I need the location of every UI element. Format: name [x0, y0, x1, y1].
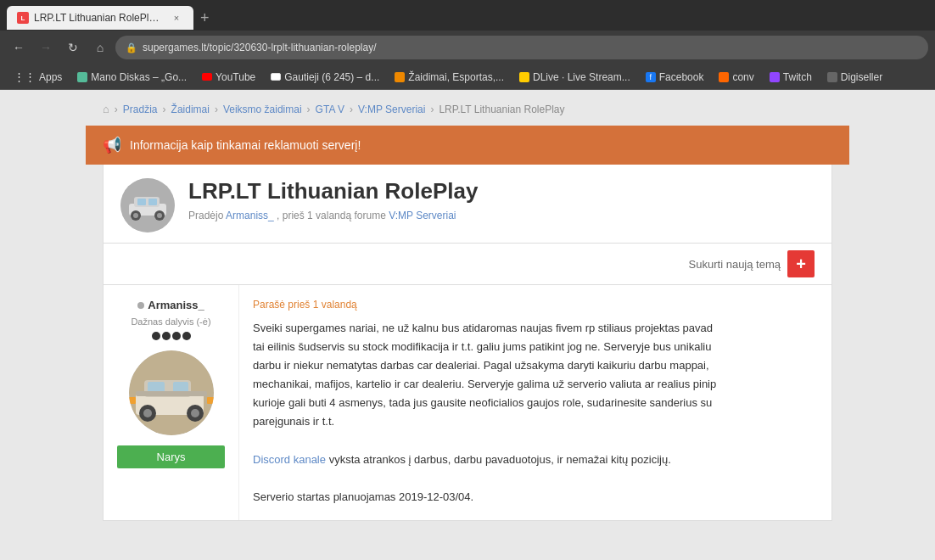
narys-button[interactable]: Narys	[117, 445, 225, 468]
topic-title: LRP.LT Lithuanian RolePlay	[188, 178, 815, 204]
address-bar[interactable]: 🔒 supergames.lt/topic/320630-lrplt-lithu…	[115, 36, 928, 59]
post-line-6: pareįgunais ir t.t.	[253, 415, 334, 428]
svg-point-4	[133, 213, 138, 218]
post-container: Armaniss_ Dažnas dalyvis (-ė)	[103, 285, 832, 521]
breadcrumb-link-1[interactable]: Žaidimai	[171, 104, 210, 115]
offline-dot	[137, 302, 144, 309]
bookmarks-bar: ⋮⋮ Apps Mano Diskas – „Go... YouTube Gau…	[0, 64, 935, 90]
topic-meta: Pradėjo Armaniss_ , prieš 1 valandą foru…	[188, 210, 815, 221]
dlive-icon	[519, 72, 529, 82]
megaphone-icon: 📢	[103, 136, 121, 154]
bookmark-youtube[interactable]: YouTube	[195, 70, 262, 85]
svg-rect-7	[137, 199, 146, 205]
active-tab[interactable]: L LRP.LT Lithuanian RolePlay - V:M ×	[7, 6, 193, 30]
post-username: Armaniss_	[148, 299, 204, 311]
breadcrumb-sep-5: ›	[430, 104, 434, 115]
post-line-1: Sveiki supergames nariai, ne už kalnu bu…	[253, 322, 713, 334]
bookmark-digiseller-label: Digiseller	[841, 71, 882, 83]
post-content-panel: Parašė prieš 1 valandą Sveiki supergames…	[239, 285, 831, 520]
breadcrumb-sep-4: ›	[350, 104, 353, 115]
star-3	[172, 332, 181, 340]
browser-window: L LRP.LT Lithuanian RolePlay - V:M × + ←…	[0, 0, 935, 560]
games-icon	[395, 72, 405, 82]
bookmark-conv-label: conv	[732, 71, 753, 83]
disk-icon	[77, 72, 87, 82]
car-avatar-svg	[120, 178, 175, 232]
sukurti-label: Sukurti naują temą	[689, 258, 781, 271]
post-text: Sveiki supergames nariai, ne už kalnu bu…	[253, 319, 818, 507]
address-text: supergames.lt/topic/320630-lrplt-lithuan…	[143, 42, 918, 53]
bookmark-digiseller[interactable]: Digiseller	[820, 70, 889, 85]
apps-grid-icon: ⋮⋮	[14, 70, 36, 83]
home-icon: ⌂	[103, 103, 109, 115]
bookmark-twitch-label: Twitch	[783, 71, 812, 83]
topic-avatar	[120, 178, 175, 232]
back-button[interactable]: ←	[7, 36, 31, 59]
topic-meta-text: Pradėjo	[188, 210, 226, 221]
post-discord-line: Discord kanale vyksta atrankos į darbus,…	[253, 453, 671, 466]
breadcrumb-sep-1: ›	[163, 104, 166, 115]
breadcrumb-sep-0: ›	[115, 104, 118, 115]
page-inner: ⌂ › Pradžia › Žaidimai › Veiksmo žaidima…	[86, 90, 849, 534]
svg-rect-19	[207, 397, 214, 404]
orange-banner[interactable]: 📢 Informacija kaip tinkamai reklamuoti s…	[86, 126, 849, 165]
bookmark-conv[interactable]: conv	[712, 70, 760, 85]
svg-point-6	[157, 213, 162, 218]
topic-title-area: LRP.LT Lithuanian RolePlay Pradėjo Arman…	[188, 178, 815, 221]
svg-rect-8	[148, 199, 157, 205]
post-line-4: mechanikai, mafijos, kartelio ir car dea…	[253, 378, 716, 390]
topic-author-link[interactable]: Armaniss_	[226, 210, 274, 221]
banner-text: Informacija kaip tinkamai reklamuoti ser…	[130, 138, 361, 152]
tab-title: LRP.LT Lithuanian RolePlay - V:M	[34, 12, 165, 24]
bookmark-apps[interactable]: ⋮⋮ Apps	[7, 69, 69, 85]
reload-button[interactable]: ↻	[61, 36, 85, 59]
post-username-row: Armaniss_	[137, 299, 204, 311]
youtube-icon	[202, 73, 212, 81]
svg-point-13	[143, 409, 152, 417]
bookmark-facebook[interactable]: f Facebook	[639, 70, 711, 85]
nav-bar: ← → ↻ ⌂ 🔒 supergames.lt/topic/320630-lrp…	[0, 31, 935, 64]
bookmark-mano-diskas[interactable]: Mano Diskas – „Go...	[70, 70, 193, 85]
r-icon	[719, 72, 729, 82]
discord-link[interactable]: Discord kanale	[253, 453, 326, 466]
browser-chrome: L LRP.LT Lithuanian RolePlay - V:M × + ←…	[0, 0, 935, 90]
breadcrumb-link-2[interactable]: Veiksmo žaidimai	[223, 104, 302, 115]
svg-rect-20	[136, 391, 207, 396]
lock-icon: 🔒	[126, 42, 137, 53]
bookmark-gautieji[interactable]: Gautieji (6 245) – d...	[264, 70, 386, 85]
bookmark-fb-label: Facebook	[659, 71, 704, 83]
new-tab-button[interactable]: +	[193, 9, 216, 27]
forward-button[interactable]: →	[34, 36, 58, 59]
tab-close-button[interactable]: ×	[170, 11, 183, 25]
post-line-5: kurioje gali buti 4 asmenys, tada jus ga…	[253, 396, 712, 409]
bookmark-dlive[interactable]: DLive · Live Stream...	[512, 70, 637, 85]
gmail-icon	[271, 73, 281, 81]
bookmark-twitch[interactable]: Twitch	[763, 70, 819, 85]
new-topic-red-button[interactable]: +	[787, 250, 815, 277]
bookmark-yt-label: YouTube	[216, 71, 255, 83]
post-serverio-line: Serverio startas planuojamas 2019-12-03/…	[253, 490, 473, 503]
digiseller-icon	[827, 72, 837, 82]
breadcrumb-link-0[interactable]: Pradžia	[123, 104, 158, 115]
tab-favicon: L	[17, 12, 29, 24]
post-line-2: tai eilinis šudservis su stock modifikac…	[253, 340, 711, 353]
topic-forum-link[interactable]: V:MP Serveriai	[389, 210, 456, 221]
svg-rect-18	[129, 397, 136, 404]
post-user-rank: Dažnas dalyvis (-ė)	[131, 316, 210, 327]
breadcrumb-sep-2: ›	[215, 104, 218, 115]
bookmark-disk-label: Mano Diskas – „Go...	[91, 71, 187, 83]
page-content: ⌂ › Pradžia › Žaidimai › Veiksmo žaidima…	[0, 90, 935, 560]
twitch-icon	[770, 72, 780, 82]
bookmark-zaidimai[interactable]: Žaidimai, Esportas,...	[388, 70, 511, 85]
breadcrumb-current: LRP.LT Lithuanian RolePlay	[439, 104, 564, 115]
post-time: Parašė prieš 1 valandą	[253, 299, 818, 311]
user-stars	[152, 332, 191, 340]
bookmark-games-label: Žaidimai, Esportas,...	[408, 71, 504, 83]
breadcrumb-link-4[interactable]: V:MP Serveriai	[358, 104, 425, 115]
user-avatar-svg	[129, 350, 214, 435]
topic-header: LRP.LT Lithuanian RolePlay Pradėjo Arman…	[103, 165, 832, 244]
star-2	[162, 332, 171, 340]
svg-point-15	[191, 409, 199, 417]
breadcrumb-link-3[interactable]: GTA V	[316, 104, 344, 115]
home-button[interactable]: ⌂	[88, 36, 112, 59]
